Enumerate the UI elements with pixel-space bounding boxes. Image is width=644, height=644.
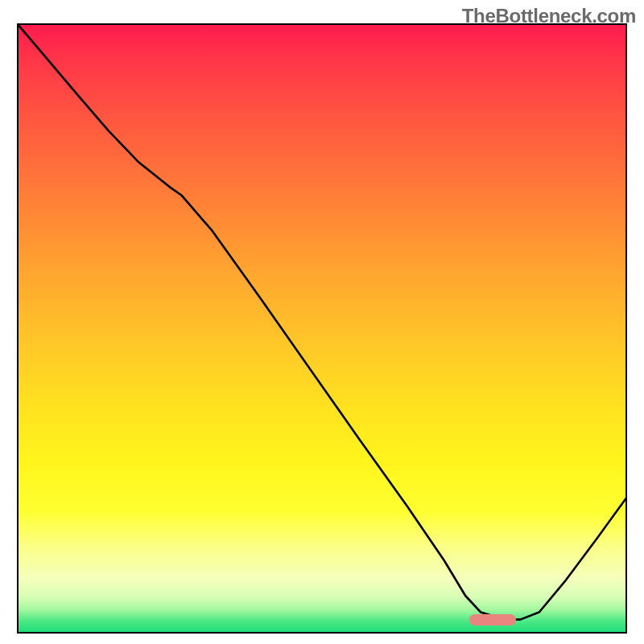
plot-area	[17, 23, 627, 634]
optimal-marker	[469, 614, 516, 625]
chart-container: TheBottleneck.com	[0, 0, 644, 644]
curve-svg	[17, 23, 627, 634]
watermark-label: TheBottleneck.com	[462, 5, 636, 27]
bottleneck-curve	[17, 23, 627, 620]
